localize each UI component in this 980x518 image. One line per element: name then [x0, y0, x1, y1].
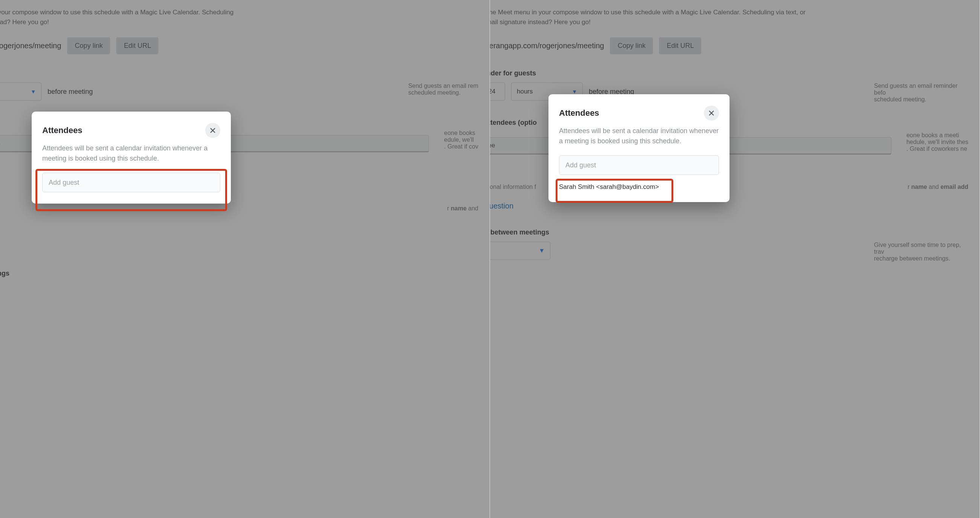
attendees-modal: Attendees Attendees will be sent a calen…: [549, 94, 730, 202]
close-button[interactable]: [704, 106, 719, 121]
attendee-entry[interactable]: Sarah Smith <sarah@baydin.com>: [559, 183, 719, 191]
modal-title: Attendees: [42, 126, 82, 135]
add-guest-input[interactable]: [42, 173, 220, 192]
modal-title: Attendees: [559, 108, 599, 118]
modal-backdrop: [490, 0, 980, 518]
attendees-modal: Attendees Attendees will be sent a calen…: [32, 111, 231, 203]
add-guest-input[interactable]: [559, 155, 719, 175]
close-icon: [708, 110, 715, 116]
modal-backdrop: [0, 0, 490, 518]
close-button[interactable]: [205, 123, 220, 138]
close-icon: [209, 127, 216, 134]
modal-description: Attendees will be sent a calendar invita…: [559, 126, 719, 146]
modal-description: Attendees will be sent a calendar invita…: [42, 143, 220, 164]
